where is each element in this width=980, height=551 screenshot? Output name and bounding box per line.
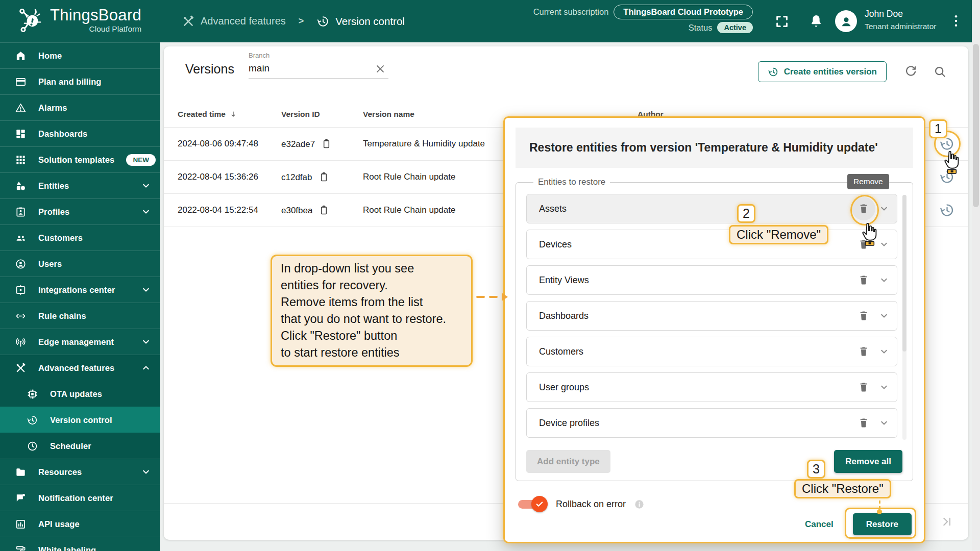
window-scrollbar[interactable] (972, 0, 980, 551)
sidebar-item[interactable]: Customers (0, 224, 160, 251)
sidebar-item[interactable]: Dashboards (0, 120, 160, 146)
chevron-down-icon[interactable] (140, 180, 152, 191)
expand-entity-button[interactable] (875, 307, 893, 324)
expand-entity-button[interactable] (875, 379, 893, 396)
entities-icon (15, 180, 27, 192)
advanced-features-icon (15, 362, 27, 374)
sidebar-item-label: OTA updates (50, 389, 102, 399)
dialog-title: Restore entities from version 'Temperatu… (516, 128, 913, 168)
breadcrumb-section[interactable]: Advanced features (201, 15, 286, 27)
entity-type-row[interactable]: User groups (526, 372, 897, 402)
fieldset-legend: Entities to restore (533, 177, 610, 187)
entity-list-scrollbar[interactable] (902, 195, 906, 440)
expand-entity-button[interactable] (875, 414, 893, 432)
version-created-time: 2022-08-04 15:36:26 (178, 172, 258, 182)
trash-icon (857, 310, 870, 322)
sidebar-item[interactable]: Home (0, 42, 160, 68)
sidebar-item[interactable]: Alarms (0, 94, 160, 120)
version-id: e30fbea (281, 205, 312, 215)
chevron-down-icon (878, 382, 890, 393)
thingsboard-logo[interactable]: ThingsBoard Cloud Platform (16, 7, 141, 34)
refresh-button[interactable] (904, 65, 918, 79)
sidebar-item[interactable]: Version control (0, 407, 160, 433)
cancel-button[interactable]: Cancel (802, 519, 837, 530)
sidebar-item[interactable]: Scheduler (0, 433, 160, 459)
chevron-down-icon[interactable] (140, 284, 152, 295)
sidebar-item[interactable]: Advanced features (0, 355, 160, 381)
sidebar-item[interactable]: White labeling (0, 537, 160, 551)
create-entities-version-button[interactable]: Create entities version (758, 61, 887, 82)
avatar[interactable] (835, 10, 857, 32)
entity-type-row[interactable]: Device profiles (526, 408, 897, 438)
sidebar-item-label: Home (38, 51, 62, 61)
remove-entity-button[interactable] (852, 375, 875, 399)
chevron-down-icon[interactable] (140, 336, 152, 347)
chevron-down-icon[interactable] (140, 466, 152, 478)
sidebar-item[interactable]: Profiles (0, 198, 160, 224)
remove-tooltip: Remove (847, 174, 889, 189)
last-page-button[interactable] (940, 515, 954, 529)
clear-branch-button[interactable] (374, 63, 386, 75)
subscription-value-pill[interactable]: ThingsBoard Cloud Prototype (614, 5, 753, 19)
entity-type-label: Assets (539, 204, 852, 214)
user-role: Tenant administrator (865, 22, 936, 31)
add-entity-type-button[interactable]: Add entity type (526, 450, 610, 473)
app-window: ThingsBoard Cloud Platform Advanced feat… (0, 0, 980, 551)
rollback-toggle[interactable] (518, 496, 548, 512)
entity-type-row[interactable]: Entity Views (526, 265, 897, 295)
entity-type-label: Customers (539, 346, 852, 357)
copy-icon[interactable] (318, 172, 329, 183)
remove-entity-button[interactable] (852, 268, 875, 292)
expand-entity-button[interactable] (875, 343, 893, 360)
sidebar-item-label: Notification center (38, 493, 113, 503)
column-created-time[interactable]: Created time (178, 110, 238, 119)
restore-version-button[interactable] (939, 203, 955, 218)
remove-entity-button[interactable] (852, 340, 875, 363)
column-version-id[interactable]: Version ID (281, 110, 320, 119)
entity-type-row[interactable]: Devices (526, 230, 897, 259)
logo-title: ThingsBoard (50, 7, 141, 23)
sidebar-item[interactable]: API usage (0, 511, 160, 537)
sidebar-item[interactable]: Integrations center (0, 277, 160, 303)
remove-all-button[interactable]: Remove all (834, 450, 902, 473)
entity-type-row[interactable]: Customers (526, 337, 897, 366)
copy-icon[interactable] (321, 139, 332, 149)
sidebar-item[interactable]: Plan and billing (0, 68, 160, 94)
expand-entity-button[interactable] (875, 271, 893, 289)
notifications-bell-button[interactable] (808, 13, 824, 29)
remove-entity-button[interactable] (852, 411, 875, 435)
click-restore-callout: Click "Restore" (794, 479, 891, 498)
chevron-down-icon[interactable] (140, 206, 152, 217)
branch-field[interactable]: Branch main (249, 52, 388, 79)
profiles-icon (15, 206, 27, 218)
step-1-badge: 1 (929, 119, 947, 138)
sidebar-item[interactable]: Resources (0, 459, 160, 485)
chevron-up-icon[interactable] (140, 362, 152, 373)
sidebar-item-label: Version control (50, 415, 112, 425)
sidebar-item-label: Integrations center (38, 285, 115, 295)
version-created-time: 2024-08-06 09:47:48 (178, 139, 258, 149)
search-button[interactable] (933, 65, 947, 79)
sidebar-item[interactable]: Edge management (0, 329, 160, 355)
branch-value[interactable]: main (249, 63, 388, 79)
fullscreen-button[interactable] (774, 14, 790, 29)
sidebar-item[interactable]: Rule chains (0, 303, 160, 329)
user-info: John Doe Tenant administrator (865, 9, 936, 31)
sidebar-item[interactable]: OTA updates (0, 381, 160, 407)
sidebar-item-label: Alarms (38, 103, 67, 113)
column-version-name[interactable]: Version name (363, 110, 414, 119)
sidebar-item[interactable]: Users (0, 251, 160, 277)
copy-icon[interactable] (318, 205, 329, 216)
users-icon (15, 258, 27, 270)
sidebar-item[interactable]: Entities (0, 172, 160, 198)
remove-entity-button[interactable] (852, 304, 875, 328)
entity-type-row[interactable]: Dashboards (526, 301, 897, 331)
info-icon[interactable] (634, 499, 645, 510)
entity-type-label: Entity Views (539, 275, 852, 286)
sidebar-item[interactable]: Solution templates NEW (0, 146, 160, 172)
credit-card-icon (15, 76, 27, 88)
sidebar-item[interactable]: Notification center (0, 485, 160, 511)
kebab-menu-button[interactable] (948, 13, 964, 29)
notification-center-icon (15, 492, 27, 504)
entity-type-row[interactable]: Assets (526, 194, 897, 223)
